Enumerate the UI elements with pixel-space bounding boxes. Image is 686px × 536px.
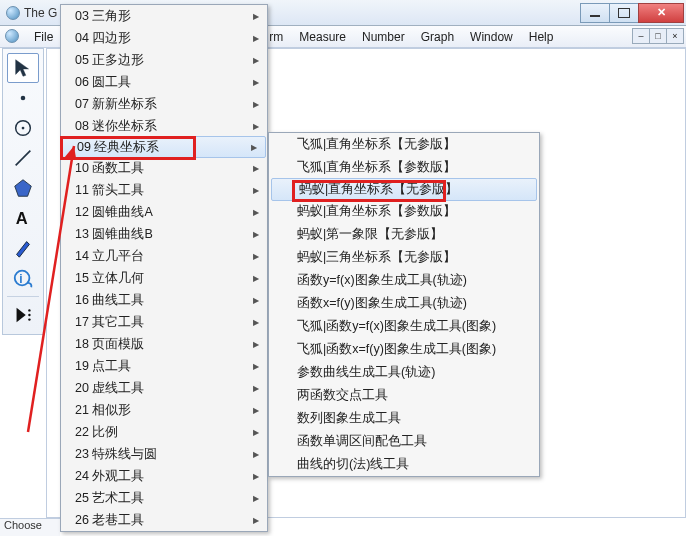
mdi-restore-button[interactable]: □	[649, 28, 667, 44]
submenu-item[interactable]: 16 曲线工具	[61, 289, 267, 311]
menu-number[interactable]: Number	[354, 28, 413, 46]
submenu-item[interactable]: 10 函数工具	[61, 157, 267, 179]
tool-palette: A i	[2, 48, 44, 335]
minimize-button[interactable]	[580, 3, 610, 23]
submenu-item[interactable]: 18 页面模版	[61, 333, 267, 355]
window-title: The G	[24, 6, 57, 20]
tools-submenu: 03 三角形04 四边形05 正多边形06 圆工具07 新新坐标系08 迷你坐标…	[60, 4, 268, 532]
submenu-item[interactable]: 21 相似形	[61, 399, 267, 421]
submenu-item[interactable]: 17 其它工具	[61, 311, 267, 333]
svg-point-2	[22, 127, 25, 130]
arrow-tool[interactable]	[7, 53, 39, 83]
menu-graph[interactable]: Graph	[413, 28, 462, 46]
circle-tool[interactable]	[7, 113, 39, 143]
submenu2-item[interactable]: 飞狐|函数x=f(y)图象生成工具(图象)	[269, 338, 539, 361]
submenu-item[interactable]: 20 虚线工具	[61, 377, 267, 399]
submenu2-item[interactable]: 飞狐|直角坐标系【参数版】	[269, 156, 539, 179]
svg-point-10	[28, 318, 30, 320]
svg-marker-4	[15, 180, 32, 197]
submenu2-item[interactable]: 参数曲线生成工具(轨迹)	[269, 361, 539, 384]
submenu-item[interactable]: 12 圆锥曲线A	[61, 201, 267, 223]
submenu-item[interactable]: 13 圆锥曲线B	[61, 223, 267, 245]
submenu-item[interactable]: 03 三角形	[61, 5, 267, 27]
custom-tool[interactable]	[7, 300, 39, 330]
submenu2-item[interactable]: 飞狐|直角坐标系【无参版】	[269, 133, 539, 156]
submenu-item[interactable]: 05 正多边形	[61, 49, 267, 71]
submenu2-item[interactable]: 函数y=f(x)图象生成工具(轨迹)	[269, 269, 539, 292]
status-text: Choose	[4, 519, 42, 531]
submenu-item[interactable]: 25 艺术工具	[61, 487, 267, 509]
submenu2-item[interactable]: 两函数交点工具	[269, 384, 539, 407]
close-button[interactable]	[638, 3, 684, 23]
svg-line-3	[16, 151, 31, 166]
coordinate-submenu: 飞狐|直角坐标系【无参版】飞狐|直角坐标系【参数版】蚂蚁|直角坐标系【无参版】蚂…	[268, 132, 540, 477]
mdi-close-button[interactable]: ×	[666, 28, 684, 44]
submenu-item[interactable]: 08 迷你坐标系	[61, 115, 267, 137]
menu-file[interactable]: File	[26, 28, 61, 46]
submenu-item[interactable]: 19 点工具	[61, 355, 267, 377]
submenu-item[interactable]: 09 经典坐标系	[62, 136, 266, 158]
menu-help[interactable]: Help	[521, 28, 562, 46]
submenu-item[interactable]: 22 比例	[61, 421, 267, 443]
submenu-item[interactable]: 11 箭头工具	[61, 179, 267, 201]
app-icon	[6, 6, 20, 20]
submenu-item[interactable]: 23 特殊线与圆	[61, 443, 267, 465]
submenu2-item[interactable]: 函数单调区间配色工具	[269, 430, 539, 453]
menu-measure[interactable]: Measure	[291, 28, 354, 46]
submenu2-item[interactable]: 蚂蚁|三角坐标系【无参版】	[269, 246, 539, 269]
submenu-item[interactable]: 15 立体几何	[61, 267, 267, 289]
line-tool[interactable]	[7, 143, 39, 173]
point-tool[interactable]	[7, 83, 39, 113]
text-tool[interactable]: A	[7, 203, 39, 233]
svg-point-9	[28, 314, 30, 316]
submenu2-item[interactable]: 蚂蚁|直角坐标系【无参版】	[271, 178, 537, 201]
submenu2-item[interactable]: 飞狐|函数y=f(x)图象生成工具(图象)	[269, 315, 539, 338]
submenu2-item[interactable]: 函数x=f(y)图象生成工具(轨迹)	[269, 292, 539, 315]
svg-text:i: i	[19, 272, 22, 286]
submenu-item[interactable]: 14 立几平台	[61, 245, 267, 267]
pen-tool[interactable]	[7, 233, 39, 263]
submenu-item[interactable]: 04 四边形	[61, 27, 267, 49]
menu-window[interactable]: Window	[462, 28, 521, 46]
status-bar: Choose	[0, 518, 60, 536]
submenu-item[interactable]: 24 外观工具	[61, 465, 267, 487]
polygon-tool[interactable]	[7, 173, 39, 203]
svg-text:A: A	[16, 209, 28, 227]
submenu-item[interactable]: 06 圆工具	[61, 71, 267, 93]
submenu2-item[interactable]: 数列图象生成工具	[269, 407, 539, 430]
maximize-button[interactable]	[609, 3, 639, 23]
mdi-minimize-button[interactable]: –	[632, 28, 650, 44]
submenu-item[interactable]: 07 新新坐标系	[61, 93, 267, 115]
submenu2-item[interactable]: 蚂蚁|第一象限【无参版】	[269, 223, 539, 246]
info-tool[interactable]: i	[7, 263, 39, 293]
doc-icon	[5, 29, 19, 43]
submenu2-item[interactable]: 曲线的切(法)线工具	[269, 453, 539, 476]
svg-point-8	[28, 309, 30, 311]
submenu-item[interactable]: 26 老巷工具	[61, 509, 267, 531]
svg-point-0	[21, 96, 26, 101]
submenu2-item[interactable]: 蚂蚁|直角坐标系【参数版】	[269, 200, 539, 223]
